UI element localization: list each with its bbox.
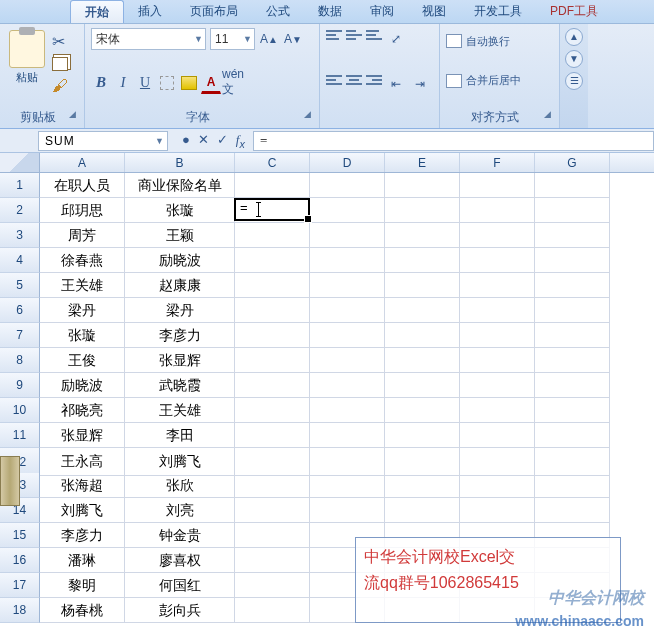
cell[interactable] [310, 323, 385, 348]
cell[interactable] [535, 373, 610, 398]
vertical-scrollbar-thumb[interactable] [0, 456, 20, 506]
format-painter-icon[interactable]: 🖌 [52, 77, 68, 95]
cell[interactable]: 杨春桃 [40, 598, 125, 623]
cell[interactable]: 何国红 [125, 573, 235, 598]
row-header[interactable]: 15 [0, 523, 40, 548]
cell[interactable]: 商业保险名单 [125, 173, 235, 198]
cell[interactable] [235, 373, 310, 398]
tab-formulas[interactable]: 公式 [252, 0, 304, 23]
name-box[interactable]: SUM▼ [38, 131, 168, 151]
cell[interactable] [385, 298, 460, 323]
col-header-c[interactable]: C [235, 153, 310, 172]
cell[interactable]: 彭向兵 [125, 598, 235, 623]
cell[interactable]: 王关雄 [40, 273, 125, 298]
cell[interactable] [460, 273, 535, 298]
align-dialog-launcher[interactable]: ◢ [544, 109, 553, 119]
cell[interactable]: 张欣 [125, 473, 235, 498]
align-bottom-button[interactable] [366, 28, 382, 42]
cut-icon[interactable]: ✂ [52, 32, 68, 51]
cell[interactable]: 赵康康 [125, 273, 235, 298]
cell[interactable] [460, 498, 535, 523]
decrease-font-button[interactable]: A▼ [283, 28, 303, 50]
cell[interactable]: 潘琳 [40, 548, 125, 573]
cell[interactable] [385, 423, 460, 448]
increase-font-button[interactable]: A▲ [259, 28, 279, 50]
cell[interactable] [535, 298, 610, 323]
cell[interactable]: 黎明 [40, 573, 125, 598]
cell[interactable] [460, 298, 535, 323]
align-left-button[interactable] [326, 73, 342, 87]
cell[interactable]: 李田 [125, 423, 235, 448]
wrap-text-button[interactable]: 自动换行 [446, 28, 553, 54]
ribbon-scroll-up[interactable]: ▲ [565, 28, 583, 46]
cell[interactable] [535, 273, 610, 298]
cell[interactable] [310, 423, 385, 448]
col-header-b[interactable]: B [125, 153, 235, 172]
ribbon-scroll-down[interactable]: ▼ [565, 50, 583, 68]
cell[interactable] [235, 398, 310, 423]
cell[interactable] [310, 398, 385, 423]
cell[interactable]: 王俊 [40, 348, 125, 373]
cell[interactable] [385, 398, 460, 423]
cell[interactable] [385, 448, 460, 476]
font-name-combo[interactable]: 宋体▼ [91, 28, 206, 50]
cell[interactable]: 张璇 [125, 198, 235, 223]
cell[interactable]: 在职人员 [40, 173, 125, 198]
cell[interactable]: 张海超 [40, 473, 125, 498]
cell[interactable] [385, 473, 460, 498]
tab-home[interactable]: 开始 [70, 0, 124, 23]
cell[interactable] [535, 473, 610, 498]
italic-button[interactable]: I [113, 72, 133, 94]
cell[interactable] [535, 348, 610, 373]
cell[interactable] [460, 323, 535, 348]
borders-button[interactable] [157, 72, 177, 94]
cell[interactable] [235, 173, 310, 198]
cell[interactable] [535, 223, 610, 248]
row-header[interactable]: 3 [0, 223, 40, 248]
col-header-a[interactable]: A [40, 153, 125, 172]
cell[interactable] [535, 198, 610, 223]
cell[interactable] [235, 573, 310, 598]
align-middle-button[interactable] [346, 28, 362, 42]
cell[interactable] [235, 598, 310, 623]
row-header[interactable]: 9 [0, 373, 40, 398]
cell[interactable] [235, 498, 310, 523]
phonetic-button[interactable]: wén文 [223, 72, 243, 94]
cell[interactable] [310, 448, 385, 476]
cell[interactable]: 张显辉 [40, 423, 125, 448]
row-header[interactable]: 8 [0, 348, 40, 373]
cell[interactable]: 励晓波 [125, 248, 235, 273]
cell[interactable]: 祁晓亮 [40, 398, 125, 423]
cell[interactable] [235, 198, 310, 223]
increase-indent-button[interactable]: ⇥ [410, 73, 430, 95]
cell[interactable] [235, 273, 310, 298]
cell[interactable] [385, 198, 460, 223]
select-all-corner[interactable] [0, 153, 40, 172]
cell[interactable] [310, 198, 385, 223]
cell[interactable]: 刘腾飞 [125, 448, 235, 476]
cell[interactable] [235, 423, 310, 448]
cell[interactable] [235, 548, 310, 573]
clipboard-dialog-launcher[interactable]: ◢ [69, 109, 78, 119]
cell[interactable] [235, 448, 310, 476]
tab-developer[interactable]: 开发工具 [460, 0, 536, 23]
cell[interactable] [385, 273, 460, 298]
cell[interactable] [310, 373, 385, 398]
cell[interactable] [310, 498, 385, 523]
cell[interactable] [385, 248, 460, 273]
align-center-button[interactable] [346, 73, 362, 87]
cell[interactable] [310, 348, 385, 373]
cell[interactable]: 周芳 [40, 223, 125, 248]
tab-view[interactable]: 视图 [408, 0, 460, 23]
paste-button[interactable]: 粘贴 [6, 28, 48, 95]
cell[interactable]: 梁丹 [125, 298, 235, 323]
office-button-area[interactable] [0, 0, 70, 24]
tab-review[interactable]: 审阅 [356, 0, 408, 23]
row-header[interactable]: 2 [0, 198, 40, 223]
row-header[interactable]: 7 [0, 323, 40, 348]
cell[interactable] [385, 348, 460, 373]
cell[interactable] [385, 223, 460, 248]
cell[interactable]: 李彦力 [40, 523, 125, 548]
cell[interactable] [460, 448, 535, 476]
cell[interactable]: 王关雄 [125, 398, 235, 423]
